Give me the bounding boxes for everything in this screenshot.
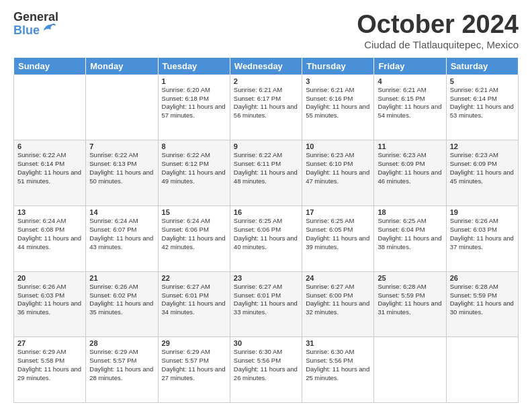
calendar-week-row: 20Sunrise: 6:26 AM Sunset: 6:03 PM Dayli… [14, 271, 519, 337]
calendar-cell: 31Sunrise: 6:30 AM Sunset: 5:56 PM Dayli… [302, 337, 374, 403]
day-info: Sunrise: 6:29 AM Sunset: 5:57 PM Dayligh… [162, 348, 226, 382]
calendar-header-row: SundayMondayTuesdayWednesdayThursdayFrid… [14, 57, 519, 75]
logo: General Blue [13, 11, 58, 38]
day-number: 27 [17, 339, 82, 347]
day-number: 13 [17, 208, 82, 216]
calendar-cell: 20Sunrise: 6:26 AM Sunset: 6:03 PM Dayli… [14, 271, 86, 337]
day-info: Sunrise: 6:27 AM Sunset: 6:00 PM Dayligh… [306, 283, 370, 317]
day-number: 26 [450, 274, 515, 282]
calendar-cell: 14Sunrise: 6:24 AM Sunset: 6:07 PM Dayli… [86, 206, 158, 272]
day-info: Sunrise: 6:22 AM Sunset: 6:12 PM Dayligh… [162, 151, 226, 185]
calendar-cell: 4Sunrise: 6:21 AM Sunset: 6:15 PM Daylig… [374, 75, 446, 140]
calendar-cell: 19Sunrise: 6:26 AM Sunset: 6:03 PM Dayli… [446, 206, 518, 272]
calendar-header-sunday: Sunday [14, 57, 86, 75]
calendar-header-thursday: Thursday [302, 57, 374, 75]
calendar-table: SundayMondayTuesdayWednesdayThursdayFrid… [13, 57, 519, 403]
calendar-cell: 21Sunrise: 6:26 AM Sunset: 6:02 PM Dayli… [86, 271, 158, 337]
calendar-cell [86, 75, 158, 140]
calendar-cell: 11Sunrise: 6:23 AM Sunset: 6:09 PM Dayli… [374, 140, 446, 206]
day-number: 1 [162, 77, 226, 85]
calendar-cell: 5Sunrise: 6:21 AM Sunset: 6:14 PM Daylig… [446, 75, 518, 140]
page: General Blue October 2024 Ciudad de Tlat… [0, 0, 532, 411]
calendar-week-row: 13Sunrise: 6:24 AM Sunset: 6:08 PM Dayli… [14, 206, 519, 272]
calendar-cell: 22Sunrise: 6:27 AM Sunset: 6:01 PM Dayli… [158, 271, 230, 337]
day-number: 30 [234, 339, 298, 347]
day-info: Sunrise: 6:26 AM Sunset: 6:03 PM Dayligh… [17, 283, 82, 317]
day-number: 12 [450, 142, 515, 150]
calendar-header-wednesday: Wednesday [230, 57, 302, 75]
day-info: Sunrise: 6:22 AM Sunset: 6:11 PM Dayligh… [234, 151, 298, 185]
calendar-cell: 8Sunrise: 6:22 AM Sunset: 6:12 PM Daylig… [158, 140, 230, 206]
calendar-cell: 25Sunrise: 6:28 AM Sunset: 5:59 PM Dayli… [374, 271, 446, 337]
day-number: 4 [378, 77, 442, 85]
title-block: October 2024 Ciudad de Tlatlauquitepec, … [357, 11, 519, 50]
subtitle: Ciudad de Tlatlauquitepec, Mexico [357, 39, 519, 50]
day-number: 5 [450, 77, 515, 85]
day-number: 17 [306, 208, 370, 216]
day-number: 28 [89, 339, 154, 347]
calendar-week-row: 1Sunrise: 6:20 AM Sunset: 6:18 PM Daylig… [14, 75, 519, 140]
day-info: Sunrise: 6:26 AM Sunset: 6:03 PM Dayligh… [450, 217, 515, 251]
day-number: 20 [17, 274, 82, 282]
day-number: 8 [162, 142, 226, 150]
calendar-cell: 3Sunrise: 6:21 AM Sunset: 6:16 PM Daylig… [302, 75, 374, 140]
calendar-cell: 12Sunrise: 6:23 AM Sunset: 6:09 PM Dayli… [446, 140, 518, 206]
calendar-cell: 27Sunrise: 6:29 AM Sunset: 5:58 PM Dayli… [14, 337, 86, 403]
day-info: Sunrise: 6:24 AM Sunset: 6:07 PM Dayligh… [89, 217, 154, 251]
day-number: 9 [234, 142, 298, 150]
day-number: 21 [89, 274, 154, 282]
day-info: Sunrise: 6:21 AM Sunset: 6:16 PM Dayligh… [306, 86, 370, 120]
day-info: Sunrise: 6:27 AM Sunset: 6:01 PM Dayligh… [162, 283, 226, 317]
calendar-header-monday: Monday [86, 57, 158, 75]
calendar-cell: 10Sunrise: 6:23 AM Sunset: 6:10 PM Dayli… [302, 140, 374, 206]
day-number: 19 [450, 208, 515, 216]
logo-blue: Blue [13, 24, 40, 38]
logo-text: General Blue [13, 11, 58, 38]
calendar-cell: 29Sunrise: 6:29 AM Sunset: 5:57 PM Dayli… [158, 337, 230, 403]
calendar-cell [374, 337, 446, 403]
calendar-cell: 30Sunrise: 6:30 AM Sunset: 5:56 PM Dayli… [230, 337, 302, 403]
day-info: Sunrise: 6:27 AM Sunset: 6:01 PM Dayligh… [234, 283, 298, 317]
day-number: 10 [306, 142, 370, 150]
day-info: Sunrise: 6:28 AM Sunset: 5:59 PM Dayligh… [450, 283, 515, 317]
calendar-week-row: 6Sunrise: 6:22 AM Sunset: 6:14 PM Daylig… [14, 140, 519, 206]
day-info: Sunrise: 6:29 AM Sunset: 5:58 PM Dayligh… [17, 348, 82, 382]
day-info: Sunrise: 6:24 AM Sunset: 6:08 PM Dayligh… [17, 217, 82, 251]
calendar-cell: 18Sunrise: 6:25 AM Sunset: 6:04 PM Dayli… [374, 206, 446, 272]
calendar-week-row: 27Sunrise: 6:29 AM Sunset: 5:58 PM Dayli… [14, 337, 519, 403]
day-info: Sunrise: 6:22 AM Sunset: 6:14 PM Dayligh… [17, 151, 82, 185]
header: General Blue October 2024 Ciudad de Tlat… [13, 11, 519, 50]
day-number: 24 [306, 274, 370, 282]
day-info: Sunrise: 6:25 AM Sunset: 6:04 PM Dayligh… [378, 217, 442, 251]
day-info: Sunrise: 6:28 AM Sunset: 5:59 PM Dayligh… [378, 283, 442, 317]
day-info: Sunrise: 6:30 AM Sunset: 5:56 PM Dayligh… [306, 348, 370, 382]
calendar-cell: 17Sunrise: 6:25 AM Sunset: 6:05 PM Dayli… [302, 206, 374, 272]
day-number: 15 [162, 208, 226, 216]
day-number: 2 [234, 77, 298, 85]
calendar-cell: 6Sunrise: 6:22 AM Sunset: 6:14 PM Daylig… [14, 140, 86, 206]
calendar-cell: 2Sunrise: 6:21 AM Sunset: 6:17 PM Daylig… [230, 75, 302, 140]
day-info: Sunrise: 6:21 AM Sunset: 6:14 PM Dayligh… [450, 86, 515, 120]
calendar-cell: 16Sunrise: 6:25 AM Sunset: 6:06 PM Dayli… [230, 206, 302, 272]
day-info: Sunrise: 6:23 AM Sunset: 6:10 PM Dayligh… [306, 151, 370, 185]
day-number: 18 [378, 208, 442, 216]
calendar-header-tuesday: Tuesday [158, 57, 230, 75]
calendar-header-saturday: Saturday [446, 57, 518, 75]
calendar-cell: 9Sunrise: 6:22 AM Sunset: 6:11 PM Daylig… [230, 140, 302, 206]
day-number: 6 [17, 142, 82, 150]
calendar-cell: 1Sunrise: 6:20 AM Sunset: 6:18 PM Daylig… [158, 75, 230, 140]
day-info: Sunrise: 6:29 AM Sunset: 5:57 PM Dayligh… [89, 348, 154, 382]
day-info: Sunrise: 6:23 AM Sunset: 6:09 PM Dayligh… [450, 151, 515, 185]
calendar-cell: 15Sunrise: 6:24 AM Sunset: 6:06 PM Dayli… [158, 206, 230, 272]
day-info: Sunrise: 6:23 AM Sunset: 6:09 PM Dayligh… [378, 151, 442, 185]
day-info: Sunrise: 6:30 AM Sunset: 5:56 PM Dayligh… [234, 348, 298, 382]
day-number: 11 [378, 142, 442, 150]
calendar-cell [14, 75, 86, 140]
calendar-cell [446, 337, 518, 403]
calendar-cell: 23Sunrise: 6:27 AM Sunset: 6:01 PM Dayli… [230, 271, 302, 337]
day-info: Sunrise: 6:25 AM Sunset: 6:05 PM Dayligh… [306, 217, 370, 251]
day-info: Sunrise: 6:21 AM Sunset: 6:17 PM Dayligh… [234, 86, 298, 120]
day-number: 16 [234, 208, 298, 216]
day-number: 3 [306, 77, 370, 85]
logo-bird-icon [41, 21, 56, 36]
